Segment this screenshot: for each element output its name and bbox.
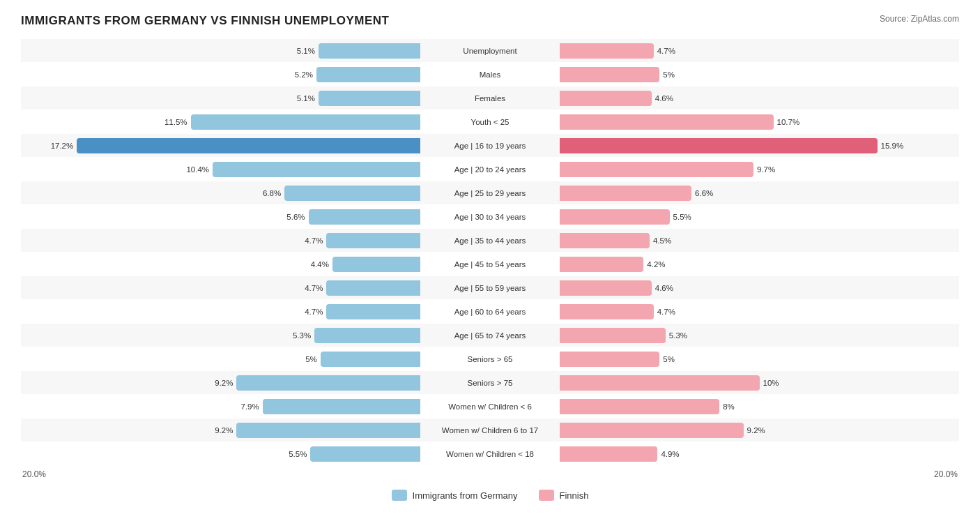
bar-blue (191, 114, 420, 130)
value-left: 5.1% (297, 94, 315, 103)
bar-row: 7.9% Women w/ Children < 6 8% (21, 395, 959, 418)
left-bar-area: 5.3% (21, 324, 420, 347)
value-left: 4.7% (305, 284, 323, 292)
bar-row: 9.2% Women w/ Children 6 to 17 9.2% (21, 418, 959, 442)
value-right: 9.2% (747, 426, 765, 435)
value-right: 4.9% (661, 450, 679, 458)
right-bar-area: 15.9% (560, 134, 959, 157)
value-right: 15.9% (881, 142, 904, 150)
bar-blue (213, 162, 420, 177)
right-bar-area: 9.7% (560, 158, 959, 181)
bar-row: 11.5% Youth < 25 10.7% (21, 110, 959, 133)
left-bar-area: 4.7% (21, 229, 420, 252)
value-right: 8% (723, 402, 735, 411)
bar-row: 4.4% Age | 45 to 54 years 4.2% (21, 252, 959, 276)
bar-row: 5.5% Women w/ Children < 18 4.9% (21, 442, 959, 465)
left-bar-area: 17.2% (21, 134, 420, 157)
bar-blue (284, 186, 420, 201)
value-left: 5.6% (286, 213, 305, 221)
bar-row: 9.2% Seniors > 75 10% (21, 371, 959, 394)
value-right: 4.2% (647, 260, 665, 269)
value-left: 7.9% (240, 402, 259, 411)
right-bar-area: 4.6% (560, 276, 959, 299)
legend-item-blue: Immigrants from Germany (392, 490, 518, 501)
bar-pink (560, 280, 652, 296)
value-left: 10.4% (186, 165, 209, 174)
bar-label: Age | 20 to 24 years (420, 165, 560, 174)
bar-blue (263, 399, 420, 414)
bar-row: 10.4% Age | 20 to 24 years 9.7% (21, 158, 959, 181)
bar-label: Women w/ Children 6 to 17 (420, 426, 560, 435)
value-right: 6.6% (695, 189, 713, 197)
bar-blue (319, 91, 420, 106)
bar-label: Age | 55 to 59 years (420, 284, 560, 292)
bar-row: 4.7% Age | 60 to 64 years 4.7% (21, 300, 959, 323)
left-bar-area: 5.6% (21, 205, 420, 228)
bar-pink (560, 43, 654, 59)
bar-blue (309, 209, 420, 225)
bar-blue (321, 352, 420, 367)
value-right: 5.5% (673, 213, 691, 221)
value-left: 4.7% (305, 308, 323, 316)
legend-item-pink: Finnish (539, 490, 589, 501)
value-right: 9.7% (757, 165, 775, 174)
right-bar-area: 4.6% (560, 86, 959, 110)
bar-pink (560, 114, 774, 130)
right-bar-area: 6.6% (560, 181, 959, 204)
value-left: 9.2% (215, 426, 233, 435)
value-right: 4.6% (655, 284, 673, 292)
value-right: 10.7% (777, 118, 800, 126)
bar-blue (316, 67, 420, 82)
chart-title: IMMIGRANTS FROM GERMANY VS FINNISH UNEMP… (21, 14, 389, 28)
bar-pink (560, 209, 670, 225)
left-bar-area: 5.2% (21, 63, 420, 86)
left-bar-area: 5.1% (21, 86, 420, 110)
right-bar-area: 4.9% (560, 442, 959, 465)
left-bar-area: 5.1% (21, 39, 420, 62)
bar-label: Age | 16 to 19 years (420, 142, 560, 150)
left-bar-area: 4.4% (21, 252, 420, 276)
axis-row: 20.0% 20.0% (21, 466, 959, 483)
right-bar-area: 4.7% (560, 39, 959, 62)
bar-label: Age | 65 to 74 years (420, 331, 560, 340)
bar-blue (236, 375, 420, 391)
bar-pink (560, 138, 878, 153)
bar-row: 5.6% Age | 30 to 34 years 5.5% (21, 205, 959, 228)
bar-pink (560, 67, 659, 82)
left-bar-area: 11.5% (21, 110, 420, 133)
bar-row: 5.3% Age | 65 to 74 years 5.3% (21, 324, 959, 347)
bar-label: Age | 25 to 29 years (420, 189, 560, 197)
axis-right: 20.0% (560, 469, 959, 479)
bar-label: Women w/ Children < 18 (420, 450, 560, 458)
bar-row: 5.1% Unemployment 4.7% (21, 39, 959, 62)
bar-blue (332, 257, 420, 272)
right-bar-area: 10.7% (560, 110, 959, 133)
bar-label: Unemployment (420, 47, 560, 55)
value-left: 4.7% (305, 236, 323, 245)
bar-blue (310, 446, 420, 462)
left-bar-area: 9.2% (21, 418, 420, 442)
value-left: 4.4% (311, 260, 329, 269)
bar-blue (319, 43, 420, 59)
bar-blue (314, 328, 420, 343)
bar-blue (236, 423, 420, 438)
bar-pink (560, 328, 666, 343)
right-bar-area: 8% (560, 395, 959, 418)
chart-header: IMMIGRANTS FROM GERMANY VS FINNISH UNEMP… (21, 14, 959, 28)
right-bar-area: 5% (560, 347, 959, 370)
value-right: 10% (763, 379, 779, 387)
rows-container: 5.1% Unemployment 4.7% 5.2% Males 5% 5.1… (21, 39, 959, 465)
legend-box-pink (539, 490, 554, 501)
value-left: 5% (305, 355, 317, 363)
bar-row: 4.7% Age | 55 to 59 years 4.6% (21, 276, 959, 299)
bar-label: Age | 35 to 44 years (420, 236, 560, 245)
value-left: 5.1% (297, 47, 315, 55)
bar-row: 17.2% Age | 16 to 19 years 15.9% (21, 134, 959, 157)
right-bar-area: 10% (560, 371, 959, 394)
bar-pink (560, 186, 691, 201)
chart-source: Source: ZipAtlas.com (880, 14, 959, 24)
value-right: 4.5% (653, 236, 671, 245)
bar-pink (560, 257, 643, 272)
legend: Immigrants from Germany Finnish (21, 490, 959, 501)
left-bar-area: 5.5% (21, 442, 420, 465)
